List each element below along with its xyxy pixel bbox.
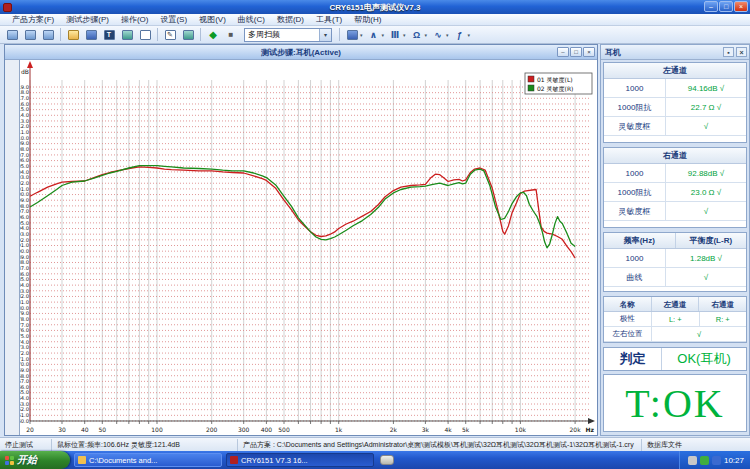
table-row: 1000 92.88dB √ [604, 164, 746, 183]
svg-text:200: 200 [206, 426, 218, 433]
menu-item-4[interactable]: 视图(V) [193, 14, 232, 26]
frame-icon[interactable] [137, 27, 153, 42]
cursor-marker-icon[interactable]: ∧ [366, 27, 382, 42]
left-channel-table: 左通道 1000 94.16dB √ 1000阻抗 22.7 Ω √ 灵敏度框 … [603, 62, 747, 143]
svg-text:60.0: 60.0 [20, 418, 29, 424]
save-icon[interactable] [83, 27, 99, 42]
chart-minimize-button[interactable]: – [557, 47, 569, 57]
y-axis-arrow-icon [27, 61, 33, 68]
judgement-label: 判定 [604, 348, 662, 370]
stop-test-icon[interactable]: ■ [223, 27, 239, 42]
clock: 10:27 [724, 456, 744, 465]
table-row: 曲线 √ [604, 268, 746, 287]
chart-legend: 01 灵敏度(L)02 灵敏度(R) [525, 73, 592, 94]
menu-item-5[interactable]: 曲线(C) [232, 14, 271, 26]
window-cascade-icon[interactable] [4, 27, 20, 42]
polarity-table: 名称 左通道 右通道 极性 L: + R: + 左右位置 √ [603, 296, 747, 343]
y-axis-labels: dB119.0118.0117.0116.0115.0114.0113.0112… [20, 68, 29, 424]
status-scheme-path: 产品方案 : C:\Documents and Settings\Adminis… [238, 439, 642, 451]
title-bar: CRY6151电声测试仪V7.3 – □ × [0, 0, 750, 14]
start-button[interactable]: 开始 [0, 451, 70, 469]
x-axis-arrow-icon [588, 418, 595, 424]
pin-icon[interactable]: ▪ [723, 47, 734, 57]
window-title: CRY6151电声测试仪V7.3 [0, 2, 750, 13]
curve-edit-icon[interactable]: ✎ [162, 27, 178, 42]
taskbar-task-explorer[interactable]: C:\Documents and... [74, 453, 222, 467]
panel-close-icon[interactable]: × [736, 47, 747, 57]
formula-icon[interactable]: ƒ [452, 27, 468, 42]
y-gridlines [30, 87, 590, 421]
left-channel-header: 左通道 [604, 63, 746, 78]
text-tool-icon[interactable]: T [101, 27, 117, 42]
svg-text:400: 400 [261, 426, 273, 433]
close-button[interactable]: × [734, 1, 748, 12]
table-row: 1000 1.28dB √ [604, 249, 746, 268]
table-row: 1000阻抗 23.0 Ω √ [604, 183, 746, 202]
chart-maximize-button[interactable]: □ [570, 47, 582, 57]
menu-item-8[interactable]: 帮助(H) [348, 14, 387, 26]
svg-text:40: 40 [81, 426, 89, 433]
balance-header-value: 平衡度(L-R) [675, 233, 747, 248]
snapshot-icon[interactable] [180, 27, 196, 42]
network-tray-icon[interactable] [712, 456, 721, 465]
audio-tray-icon[interactable] [688, 456, 697, 465]
balance-header-freq: 频率(Hz) [604, 233, 675, 248]
combobox-arrow-icon[interactable]: ▾ [319, 29, 331, 41]
maximize-button[interactable]: □ [719, 1, 733, 12]
x-axis-unit: Hz [585, 426, 594, 433]
menu-item-3[interactable]: 设置(S) [154, 14, 193, 26]
taskbar: 开始 C:\Documents and... CRY6151 V7.3 16..… [0, 451, 750, 469]
menu-bar: 产品方案(F)测试步骤(P)操作(O)设置(S)视图(V)曲线(C)数据(D)工… [0, 14, 750, 26]
toolbar: T ✎ ◆ ■ 多周扫频 ▾ ▾ ∧▾ Ⅲ▾ Ω▾ ∿▾ ƒ▾ [0, 26, 750, 44]
window-tile-icon[interactable] [40, 27, 56, 42]
legend-label: 01 灵敏度(L) [537, 76, 573, 84]
shield-tray-icon[interactable] [700, 456, 709, 465]
judgement-value: OK(耳机) [662, 348, 746, 370]
menu-item-6[interactable]: 数据(D) [271, 14, 310, 26]
sweep-mode-value: 多周扫频 [245, 29, 319, 40]
response-curve-icon[interactable]: ∿ [430, 27, 446, 42]
application-window: CRY6151电声测试仪V7.3 – □ × 产品方案(F)测试步骤(P)操作(… [0, 0, 750, 469]
legend-swatch [528, 76, 534, 82]
window-export-icon[interactable] [22, 27, 38, 42]
taskbar-task-cry6151[interactable]: CRY6151 V7.3 16... [226, 453, 374, 467]
image-icon[interactable] [119, 27, 135, 42]
open-file-icon[interactable] [65, 27, 81, 42]
svg-text:5k: 5k [462, 426, 470, 433]
svg-text:20: 20 [26, 426, 34, 433]
svg-text:1k: 1k [335, 426, 343, 433]
menu-item-2[interactable]: 操作(O) [115, 14, 155, 26]
curve-style-icon[interactable] [344, 27, 360, 42]
panel-title: 耳机 [605, 48, 621, 57]
frequency-response-chart[interactable]: dB119.0118.0117.0116.0115.0114.0113.0112… [20, 60, 597, 435]
svg-text:10k: 10k [515, 426, 527, 433]
chart-window-titlebar: 测试步骤:耳机(Active) [5, 45, 597, 60]
results-panel: 耳机 ▪ × 左通道 1000 94.16dB √ 1000阻抗 22.7 Ω … [600, 44, 750, 436]
right-channel-table: 右通道 1000 92.88dB √ 1000阻抗 23.0 Ω √ 灵敏度框 … [603, 147, 747, 228]
polarity-header-name: 名称 [604, 297, 651, 311]
panel-body: 左通道 1000 94.16dB √ 1000阻抗 22.7 Ω √ 灵敏度框 … [601, 60, 749, 435]
language-bar[interactable] [380, 455, 394, 465]
minimize-button[interactable]: – [704, 1, 718, 12]
windows-logo-icon [5, 456, 14, 465]
x-axis-labels: 203040501002003004005001k2k3k4k5k10k20kH… [26, 426, 594, 433]
sensitivity-curve-L [30, 167, 575, 258]
test-result-big: T:OK [603, 374, 747, 432]
polarity-header-right: 右通道 [698, 297, 746, 311]
menu-item-0[interactable]: 产品方案(F) [6, 14, 60, 26]
svg-text:300: 300 [238, 426, 250, 433]
svg-text:20k: 20k [570, 426, 582, 433]
app-task-icon [230, 456, 238, 464]
menu-item-7[interactable]: 工具(T) [310, 14, 348, 26]
start-test-icon[interactable]: ◆ [205, 27, 221, 42]
svg-text:30: 30 [58, 426, 66, 433]
bar-display-icon[interactable]: Ⅲ [387, 27, 403, 42]
balance-table: 频率(Hz) 平衡度(L-R) 1000 1.28dB √ 曲线 √ [603, 232, 747, 292]
y-axis-unit: dB [21, 68, 29, 75]
status-state: 停止测试 [0, 439, 52, 451]
impedance-icon[interactable]: Ω [409, 27, 425, 42]
chart-close-button[interactable]: × [583, 47, 595, 57]
sweep-mode-combobox[interactable]: 多周扫频 ▾ [244, 28, 332, 42]
lr-position-row: 左右位置 √ [604, 327, 746, 342]
menu-item-1[interactable]: 测试步骤(P) [60, 14, 115, 26]
